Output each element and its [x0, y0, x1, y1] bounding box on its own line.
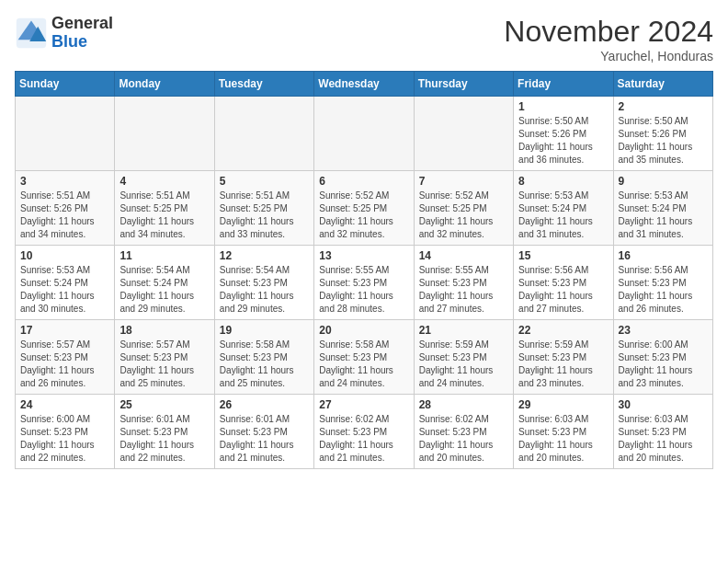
calendar-week: 17Sunrise: 5:57 AM Sunset: 5:23 PM Dayli… — [16, 320, 713, 395]
calendar-cell: 30Sunrise: 6:03 AM Sunset: 5:23 PM Dayli… — [613, 395, 712, 469]
day-number: 20 — [319, 324, 408, 337]
calendar-cell: 10Sunrise: 5:53 AM Sunset: 5:24 PM Dayli… — [16, 246, 115, 320]
logo: General Blue — [15, 15, 113, 52]
day-info: Sunrise: 6:00 AM Sunset: 5:23 PM Dayligh… — [619, 339, 708, 390]
calendar-cell: 17Sunrise: 5:57 AM Sunset: 5:23 PM Dayli… — [16, 320, 115, 395]
day-number: 10 — [20, 249, 109, 262]
day-number: 14 — [419, 249, 508, 262]
day-info: Sunrise: 5:59 AM Sunset: 5:23 PM Dayligh… — [518, 339, 608, 390]
day-info: Sunrise: 5:55 AM Sunset: 5:23 PM Dayligh… — [319, 264, 408, 316]
day-info: Sunrise: 6:02 AM Sunset: 5:23 PM Dayligh… — [419, 413, 508, 465]
logo-text: General Blue — [51, 15, 113, 52]
calendar-cell: 12Sunrise: 5:54 AM Sunset: 5:23 PM Dayli… — [214, 246, 313, 320]
header-day: Thursday — [414, 72, 513, 97]
calendar-cell: 26Sunrise: 6:01 AM Sunset: 5:23 PM Dayli… — [214, 395, 313, 469]
title-section: November 2024 Yaruchel, Honduras — [504, 15, 713, 63]
day-info: Sunrise: 5:56 AM Sunset: 5:23 PM Dayligh… — [619, 264, 708, 316]
day-info: Sunrise: 6:03 AM Sunset: 5:23 PM Dayligh… — [518, 413, 608, 465]
day-info: Sunrise: 5:53 AM Sunset: 5:24 PM Dayligh… — [518, 190, 608, 241]
calendar-cell: 19Sunrise: 5:58 AM Sunset: 5:23 PM Dayli… — [214, 320, 313, 395]
day-number: 29 — [518, 398, 608, 411]
day-info: Sunrise: 6:01 AM Sunset: 5:23 PM Dayligh… — [220, 413, 309, 465]
day-info: Sunrise: 5:58 AM Sunset: 5:23 PM Dayligh… — [319, 339, 408, 390]
calendar-cell: 27Sunrise: 6:02 AM Sunset: 5:23 PM Dayli… — [314, 395, 414, 469]
day-info: Sunrise: 6:00 AM Sunset: 5:23 PM Dayligh… — [20, 413, 109, 465]
day-info: Sunrise: 5:55 AM Sunset: 5:23 PM Dayligh… — [419, 264, 508, 316]
calendar-cell: 8Sunrise: 5:53 AM Sunset: 5:24 PM Daylig… — [514, 171, 613, 246]
calendar-table: SundayMondayTuesdayWednesdayThursdayFrid… — [15, 71, 713, 469]
header-day: Wednesday — [314, 72, 414, 97]
day-number: 8 — [518, 175, 608, 188]
logo-icon — [15, 17, 48, 50]
day-info: Sunrise: 5:53 AM Sunset: 5:24 PM Dayligh… — [20, 264, 109, 316]
calendar-week: 10Sunrise: 5:53 AM Sunset: 5:24 PM Dayli… — [16, 246, 713, 320]
day-number: 28 — [419, 398, 508, 411]
calendar-cell: 5Sunrise: 5:51 AM Sunset: 5:25 PM Daylig… — [214, 171, 313, 246]
day-info: Sunrise: 5:58 AM Sunset: 5:23 PM Dayligh… — [220, 339, 309, 390]
calendar-cell: 20Sunrise: 5:58 AM Sunset: 5:23 PM Dayli… — [314, 320, 414, 395]
logo-general: General — [51, 15, 113, 33]
calendar-cell: 29Sunrise: 6:03 AM Sunset: 5:23 PM Dayli… — [514, 395, 613, 469]
calendar-cell: 2Sunrise: 5:50 AM Sunset: 5:26 PM Daylig… — [613, 97, 712, 171]
calendar-cell — [414, 97, 513, 171]
calendar-cell — [314, 97, 414, 171]
calendar-body: 1Sunrise: 5:50 AM Sunset: 5:26 PM Daylig… — [16, 97, 713, 469]
location: Yaruchel, Honduras — [504, 49, 713, 63]
day-info: Sunrise: 5:57 AM Sunset: 5:23 PM Dayligh… — [119, 339, 209, 390]
calendar-cell — [16, 97, 115, 171]
day-number: 21 — [419, 324, 508, 337]
day-number: 7 — [419, 175, 508, 188]
calendar-cell: 14Sunrise: 5:55 AM Sunset: 5:23 PM Dayli… — [414, 246, 513, 320]
calendar-week: 1Sunrise: 5:50 AM Sunset: 5:26 PM Daylig… — [16, 97, 713, 171]
day-info: Sunrise: 5:51 AM Sunset: 5:26 PM Dayligh… — [20, 190, 109, 241]
calendar-cell: 7Sunrise: 5:52 AM Sunset: 5:25 PM Daylig… — [414, 171, 513, 246]
header-day: Tuesday — [214, 72, 313, 97]
day-number: 2 — [619, 100, 708, 113]
day-info: Sunrise: 5:57 AM Sunset: 5:23 PM Dayligh… — [20, 339, 109, 390]
calendar-cell — [214, 97, 313, 171]
calendar-cell: 16Sunrise: 5:56 AM Sunset: 5:23 PM Dayli… — [613, 246, 712, 320]
calendar-cell: 21Sunrise: 5:59 AM Sunset: 5:23 PM Dayli… — [414, 320, 513, 395]
header-day: Sunday — [16, 72, 115, 97]
calendar-cell: 25Sunrise: 6:01 AM Sunset: 5:23 PM Dayli… — [115, 395, 214, 469]
day-number: 16 — [619, 249, 708, 262]
day-info: Sunrise: 6:03 AM Sunset: 5:23 PM Dayligh… — [619, 413, 708, 465]
day-number: 17 — [20, 324, 109, 337]
calendar-header: SundayMondayTuesdayWednesdayThursdayFrid… — [16, 72, 713, 97]
day-info: Sunrise: 5:50 AM Sunset: 5:26 PM Dayligh… — [619, 115, 708, 167]
day-info: Sunrise: 5:54 AM Sunset: 5:24 PM Dayligh… — [119, 264, 209, 316]
day-number: 26 — [220, 398, 309, 411]
day-info: Sunrise: 5:51 AM Sunset: 5:25 PM Dayligh… — [220, 190, 309, 241]
day-number: 1 — [518, 100, 608, 113]
day-info: Sunrise: 6:02 AM Sunset: 5:23 PM Dayligh… — [319, 413, 408, 465]
day-info: Sunrise: 5:50 AM Sunset: 5:26 PM Dayligh… — [518, 115, 608, 167]
header-day: Monday — [115, 72, 214, 97]
calendar-cell — [115, 97, 214, 171]
calendar-cell: 3Sunrise: 5:51 AM Sunset: 5:26 PM Daylig… — [16, 171, 115, 246]
calendar-cell: 9Sunrise: 5:53 AM Sunset: 5:24 PM Daylig… — [613, 171, 712, 246]
day-info: Sunrise: 5:53 AM Sunset: 5:24 PM Dayligh… — [619, 190, 708, 241]
day-info: Sunrise: 6:01 AM Sunset: 5:23 PM Dayligh… — [119, 413, 209, 465]
month-title: November 2024 — [504, 15, 713, 49]
day-info: Sunrise: 5:59 AM Sunset: 5:23 PM Dayligh… — [419, 339, 508, 390]
day-number: 19 — [220, 324, 309, 337]
day-number: 18 — [119, 324, 209, 337]
day-number: 13 — [319, 249, 408, 262]
day-number: 25 — [119, 398, 209, 411]
day-number: 27 — [319, 398, 408, 411]
calendar-week: 3Sunrise: 5:51 AM Sunset: 5:26 PM Daylig… — [16, 171, 713, 246]
calendar-cell: 1Sunrise: 5:50 AM Sunset: 5:26 PM Daylig… — [514, 97, 613, 171]
calendar-cell: 6Sunrise: 5:52 AM Sunset: 5:25 PM Daylig… — [314, 171, 414, 246]
page-header: General Blue November 2024 Yaruchel, Hon… — [15, 15, 713, 63]
day-number: 6 — [319, 175, 408, 188]
day-number: 5 — [220, 175, 309, 188]
calendar-week: 24Sunrise: 6:00 AM Sunset: 5:23 PM Dayli… — [16, 395, 713, 469]
header-day: Saturday — [613, 72, 712, 97]
calendar-cell: 4Sunrise: 5:51 AM Sunset: 5:25 PM Daylig… — [115, 171, 214, 246]
day-info: Sunrise: 5:52 AM Sunset: 5:25 PM Dayligh… — [319, 190, 408, 241]
day-number: 4 — [119, 175, 209, 188]
logo-blue: Blue — [51, 33, 113, 52]
day-number: 30 — [619, 398, 708, 411]
calendar-cell: 15Sunrise: 5:56 AM Sunset: 5:23 PM Dayli… — [514, 246, 613, 320]
calendar-cell: 13Sunrise: 5:55 AM Sunset: 5:23 PM Dayli… — [314, 246, 414, 320]
